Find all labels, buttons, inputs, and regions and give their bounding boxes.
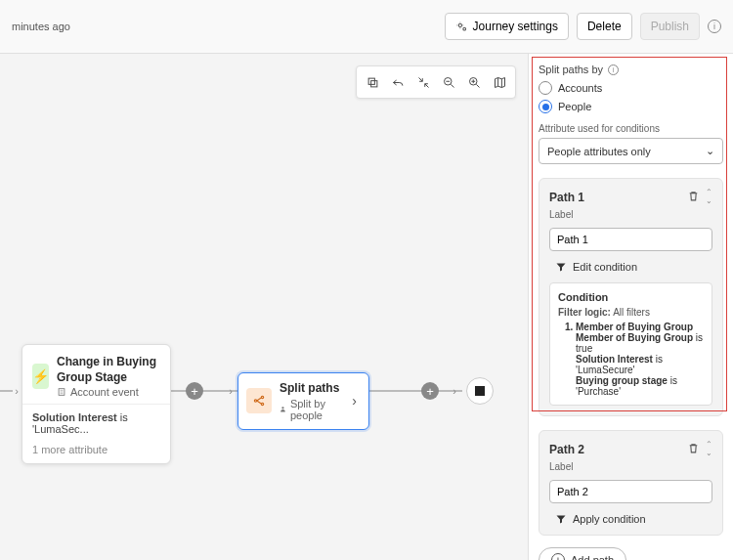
publish-button: Publish xyxy=(640,13,700,40)
node-title: Split paths xyxy=(280,381,344,397)
radio-icon xyxy=(539,100,552,113)
edit-condition-link[interactable]: Edit condition xyxy=(555,261,712,273)
person-icon xyxy=(280,405,286,413)
split-by-label: Split paths by xyxy=(539,64,603,75)
last-saved-text: minutes ago xyxy=(12,21,70,32)
delete-path-icon[interactable] xyxy=(687,442,700,456)
reorder-icon[interactable]: ⌃⌄ xyxy=(706,441,712,457)
path-label-input[interactable] xyxy=(549,228,712,251)
reorder-icon[interactable]: ⌃⌄ xyxy=(706,189,712,205)
attribute-select[interactable]: People attributes only ⌄ xyxy=(539,138,723,164)
apply-condition-link[interactable]: Apply condition xyxy=(555,513,712,525)
node-more-text: 1 more attribute xyxy=(22,442,170,463)
properties-panel: Split paths by i Accounts People Attribu… xyxy=(528,54,733,560)
filter-icon xyxy=(555,513,567,525)
svg-point-9 xyxy=(261,404,263,406)
journey-canvas[interactable]: › + › + › ⚡ Change in Buying Group Stage… xyxy=(0,54,528,560)
path-title: Path 2 xyxy=(549,443,584,456)
attribute-label: Attribute used for conditions xyxy=(539,123,723,134)
lightning-icon: ⚡ xyxy=(32,364,49,389)
add-path-button[interactable]: + Add path xyxy=(539,547,626,560)
svg-rect-2 xyxy=(368,78,374,84)
delete-path-icon[interactable] xyxy=(687,190,700,204)
chevron-right-icon: › xyxy=(225,385,237,397)
collapse-icon[interactable] xyxy=(411,70,435,94)
svg-point-0 xyxy=(458,23,461,26)
filter-icon xyxy=(555,261,567,273)
copy-icon[interactable] xyxy=(361,70,384,94)
chevron-right-icon: › xyxy=(352,393,363,409)
svg-point-1 xyxy=(462,27,465,30)
zoom-in-icon[interactable] xyxy=(462,70,486,94)
building-icon xyxy=(57,387,66,397)
path-card-1: Path 1 ⌃⌄ Label Edit condition Condition… xyxy=(539,178,723,416)
info-icon[interactable]: i xyxy=(708,20,721,33)
node-subtitle: Account event xyxy=(57,386,160,398)
undo-icon[interactable] xyxy=(386,70,410,94)
radio-people[interactable]: People xyxy=(539,100,723,113)
svg-point-8 xyxy=(261,397,263,399)
node-account-event[interactable]: ⚡ Change in Buying Group Stage Account e… xyxy=(22,344,171,464)
delete-button[interactable]: Delete xyxy=(577,13,632,40)
radio-icon xyxy=(539,81,552,95)
gears-icon xyxy=(455,21,468,33)
info-icon[interactable]: i xyxy=(608,65,619,75)
node-subtitle: Split by people xyxy=(280,398,344,421)
journey-settings-button[interactable]: Journey settings xyxy=(445,13,569,40)
map-icon[interactable] xyxy=(488,70,511,94)
node-title: Change in Buying Group Stage xyxy=(57,355,160,385)
label-text: Label xyxy=(549,461,712,472)
node-detail-text: Solution Interest Solution Interest is '… xyxy=(22,404,170,442)
svg-point-7 xyxy=(254,400,256,402)
svg-point-10 xyxy=(281,407,283,409)
path-title: Path 1 xyxy=(549,191,584,204)
radio-accounts[interactable]: Accounts xyxy=(539,81,723,95)
path-card-2: Path 2 ⌃⌄ Label Apply condition xyxy=(539,430,723,536)
add-node-button[interactable]: + xyxy=(421,382,439,400)
svg-rect-3 xyxy=(370,80,376,86)
path-label-input[interactable] xyxy=(549,480,712,503)
condition-heading: Condition xyxy=(558,291,704,303)
condition-item: Member of Buying Group Member of Buying … xyxy=(576,322,704,397)
chevron-right-icon: › xyxy=(449,385,460,397)
zoom-out-icon[interactable] xyxy=(437,70,460,94)
svg-rect-6 xyxy=(59,389,65,396)
add-node-button[interactable]: + xyxy=(186,382,203,400)
plus-icon: + xyxy=(551,553,565,560)
chevron-down-icon: ⌄ xyxy=(706,145,714,157)
label-text: Label xyxy=(549,209,712,220)
split-icon xyxy=(246,388,272,413)
node-split-paths[interactable]: Split paths Split by people › xyxy=(237,372,369,430)
filter-logic: Filter logic: All filters xyxy=(558,307,704,318)
end-node[interactable] xyxy=(466,377,494,405)
condition-box: Condition Filter logic: All filters Memb… xyxy=(549,282,712,406)
stop-icon xyxy=(475,386,485,396)
canvas-toolbar xyxy=(356,65,516,99)
